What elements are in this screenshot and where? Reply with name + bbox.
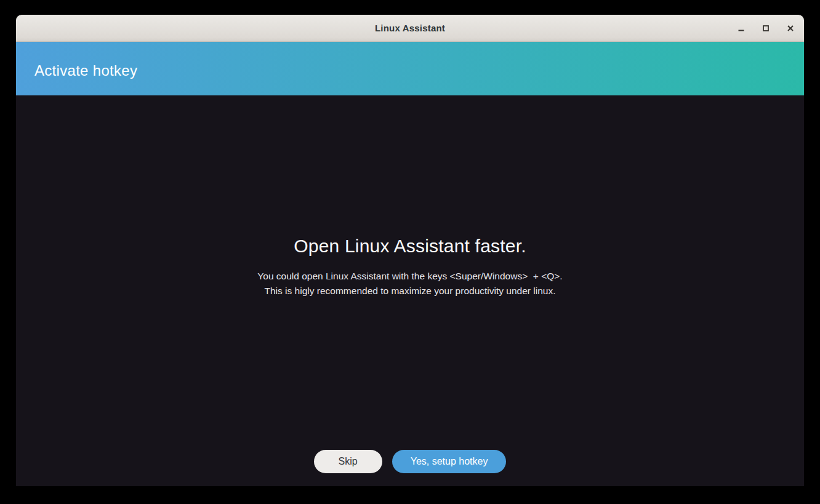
main-heading: Open Linux Assistant faster. — [16, 236, 804, 257]
maximize-icon — [762, 24, 770, 33]
footer-buttons: Skip Yes, setup hotkey — [16, 450, 804, 473]
minimize-button[interactable] — [736, 23, 746, 33]
close-button[interactable] — [786, 23, 795, 33]
close-icon — [786, 24, 795, 33]
window-controls — [736, 15, 795, 41]
subtitle-line-2: This is higly recommended to maximize yo… — [16, 284, 804, 298]
minimize-icon — [737, 24, 746, 33]
app-window: Linux Assistant — [16, 15, 804, 486]
header-title: Activate hotkey — [34, 62, 137, 79]
subtitle: You could open Linux Assistant with the … — [16, 269, 804, 298]
window-body: Open Linux Assistant faster. You could o… — [16, 95, 804, 486]
center-content: Open Linux Assistant faster. You could o… — [16, 236, 804, 298]
skip-button[interactable]: Skip — [314, 450, 382, 473]
activate-header: Activate hotkey — [16, 42, 804, 95]
titlebar[interactable]: Linux Assistant — [16, 15, 804, 42]
maximize-button[interactable] — [761, 23, 771, 33]
window-title: Linux Assistant — [16, 15, 804, 41]
subtitle-line-1: You could open Linux Assistant with the … — [16, 269, 804, 284]
confirm-button[interactable]: Yes, setup hotkey — [392, 450, 507, 473]
